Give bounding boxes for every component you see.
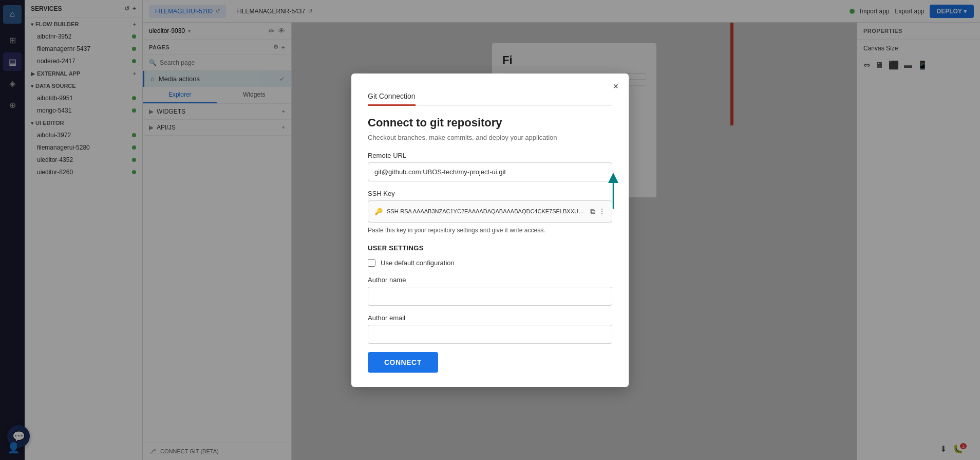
more-options-icon[interactable]: ⋮: [598, 207, 606, 215]
modal-overlay: × Git Connection Connect to git reposito…: [0, 0, 980, 460]
ssh-hint: Paste this key in your repository settin…: [368, 227, 612, 234]
use-default-checkbox[interactable]: [368, 259, 375, 267]
modal-tab-row: Git Connection: [368, 88, 612, 106]
ssh-key-actions: ⧉ ⋮: [589, 206, 606, 217]
git-connection-tab[interactable]: Git Connection: [368, 88, 416, 106]
use-default-label: Use default configuration: [381, 259, 455, 267]
copy-icon[interactable]: ⧉: [589, 206, 596, 217]
connect-button[interactable]: CONNECT: [368, 352, 438, 373]
ssh-key-box: 🔑 SSH-RSA AAAAB3NZAC1YC2EAAAADAQABAAABAQ…: [368, 200, 612, 223]
author-email-label: Author email: [368, 314, 612, 322]
author-name-input[interactable]: [368, 287, 612, 306]
ssh-key-value: SSH-RSA AAAAB3NZAC1YC2EAAAADAQABAAABAQDC…: [387, 208, 585, 214]
git-connection-modal: × Git Connection Connect to git reposito…: [351, 73, 629, 387]
modal-title: Connect to git repository: [368, 116, 612, 130]
author-email-input[interactable]: [368, 325, 612, 344]
remote-url-input[interactable]: [368, 162, 612, 181]
author-name-label: Author name: [368, 276, 612, 284]
ssh-key-label: SSH Key: [368, 190, 612, 197]
arrow-indicator-svg: [606, 173, 621, 209]
remote-url-label: Remote URL: [368, 152, 612, 159]
modal-subtitle: Checkout branches, make commits, and dep…: [368, 134, 612, 141]
user-settings-label: USER SETTINGS: [368, 244, 612, 252]
key-icon: 🔑: [374, 208, 383, 215]
modal-close-button[interactable]: ×: [613, 82, 618, 91]
use-default-row: Use default configuration: [368, 259, 612, 267]
